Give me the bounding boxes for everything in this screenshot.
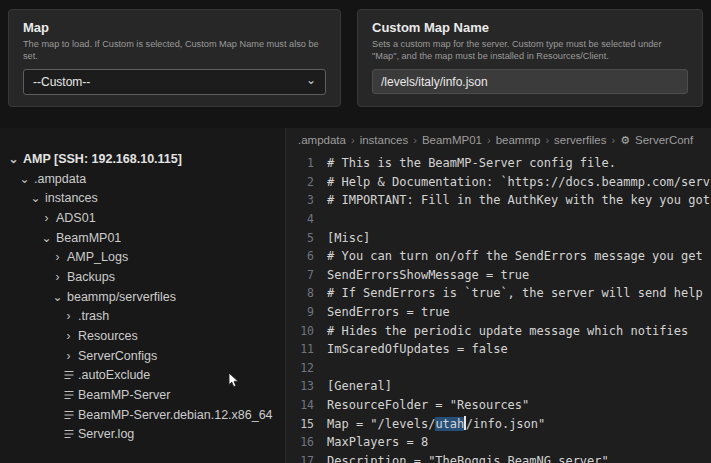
- line-number: 2: [286, 175, 327, 189]
- gear-icon: ⚙: [620, 134, 630, 147]
- vscode-window: ⌄AMP [SSH: 192.168.10.115]⌄.ampdata⌄inst…: [0, 128, 711, 463]
- file-icon: [61, 429, 76, 439]
- code-line[interactable]: 1# This is the BeamMP-Server config file…: [286, 154, 711, 173]
- chevron-down-icon: ⌄: [306, 73, 316, 87]
- tree-item-serverconfigs[interactable]: ›ServerConfigs: [0, 346, 285, 366]
- tree-item-trash[interactable]: ›.trash: [0, 307, 285, 327]
- chevron-down-icon: ⌄: [28, 191, 43, 205]
- code-text: MaxPlayers = 8: [327, 435, 428, 449]
- tree-item-instances[interactable]: ⌄instances: [0, 188, 285, 208]
- tree-item-beammp01[interactable]: ⌄BeamMP01: [0, 228, 285, 248]
- tree-item-label: .trash: [78, 309, 109, 323]
- code-line[interactable]: 9SendErrors = true: [286, 303, 711, 322]
- code-text: SendErrors = true: [327, 305, 450, 319]
- tree-item-label: AMP [SSH: 192.168.10.115]: [23, 152, 182, 166]
- code-line[interactable]: 15Map = "/levels/utah/info.json": [286, 414, 711, 433]
- tree-item-backups[interactable]: ›Backups: [0, 267, 285, 287]
- breadcrumb-separator-icon: ›: [611, 134, 615, 146]
- code-line[interactable]: 4: [286, 210, 711, 229]
- breadcrumb-item[interactable]: BeamMP01: [422, 134, 482, 146]
- tree-item-label: ServerConfigs: [78, 349, 157, 363]
- map-select-value: --Custom--: [33, 75, 90, 89]
- custom-map-name-description: Sets a custom map for the server. Custom…: [372, 38, 688, 62]
- tree-item-label: BeamMP-Server.debian.12.x86_64: [78, 408, 273, 422]
- tree-item-label: beammp/serverfiles: [67, 290, 176, 304]
- code-text: # You can turn on/off the SendErrors mes…: [327, 249, 703, 263]
- tree-item-label: BeamMP01: [56, 231, 121, 245]
- line-number: 1: [286, 156, 327, 170]
- code-text: # If SendErrors is `true`, the server wi…: [327, 286, 703, 300]
- explorer-sidebar: ⌄AMP [SSH: 192.168.10.115]⌄.ampdata⌄inst…: [0, 128, 286, 463]
- tree-item-amp-ssh-192-168-10-115[interactable]: ⌄AMP [SSH: 192.168.10.115]: [0, 149, 285, 169]
- line-number: 17: [286, 454, 327, 463]
- code-text: [General]: [327, 379, 392, 393]
- tree-item-beammp-serverfiles[interactable]: ⌄beammp/serverfiles: [0, 287, 285, 307]
- breadcrumb-item[interactable]: serverfiles: [554, 134, 606, 146]
- mouse-cursor-icon: [228, 372, 240, 393]
- tree-item-beammp-server-debian-12-x86-64[interactable]: BeamMP-Server.debian.12.x86_64: [0, 405, 285, 425]
- code-line[interactable]: 3# IMPORTANT: Fill in the AuthKey with t…: [286, 191, 711, 210]
- code-text: [Misc]: [327, 231, 370, 245]
- breadcrumb-item[interactable]: .ampdata: [298, 134, 346, 146]
- code-text: ImScaredOfUpdates = false: [327, 342, 508, 356]
- line-number: 5: [286, 231, 327, 245]
- code-line[interactable]: 11ImScaredOfUpdates = false: [286, 340, 711, 359]
- tree-item-amp-logs[interactable]: ›AMP_Logs: [0, 247, 285, 267]
- breadcrumb-item[interactable]: instances: [360, 134, 409, 146]
- tree-item-label: .ampdata: [34, 172, 86, 186]
- code-line[interactable]: 7SendErrorsShowMessage = true: [286, 266, 711, 285]
- file-icon: [61, 390, 76, 400]
- line-number: 6: [286, 249, 327, 263]
- code-text: # This is the BeamMP-Server config file.: [327, 156, 616, 170]
- custom-map-name-input[interactable]: [372, 69, 688, 94]
- tree-item-label: AMP_Logs: [67, 250, 128, 264]
- code-line[interactable]: 2# Help & Documentation: `https://docs.b…: [286, 173, 711, 192]
- chevron-down-icon: ⌄: [39, 231, 54, 245]
- line-number: 9: [286, 305, 327, 319]
- custom-map-name-title: Custom Map Name: [372, 20, 688, 35]
- code-text: Description = "TheBoggis BeamNG server": [327, 454, 609, 463]
- tree-item-beammp-server[interactable]: BeamMP-Server: [0, 385, 285, 405]
- tree-item-resources[interactable]: ›Resources: [0, 326, 285, 346]
- tree-item-server-log[interactable]: Server.log: [0, 425, 285, 445]
- line-number: 11: [286, 342, 327, 356]
- line-number: 14: [286, 398, 327, 412]
- map-panel: Map The map to load. If Custom is select…: [8, 9, 341, 107]
- code-line[interactable]: 16MaxPlayers = 8: [286, 433, 711, 452]
- code-line[interactable]: 8# If SendErrors is `true`, the server w…: [286, 284, 711, 303]
- code-line[interactable]: 12: [286, 359, 711, 378]
- file-icon: [61, 410, 76, 420]
- explorer-tree: ⌄AMP [SSH: 192.168.10.115]⌄.ampdata⌄inst…: [0, 149, 285, 444]
- line-number: 4: [286, 212, 327, 226]
- chevron-down-icon: ⌄: [6, 152, 21, 166]
- tree-item-label: Resources: [78, 329, 138, 343]
- chevron-right-icon: ›: [61, 309, 76, 323]
- tree-item-label: BeamMP-Server: [78, 388, 170, 402]
- code-text: # IMPORTANT: Fill in the AuthKey with th…: [327, 193, 710, 207]
- code-line[interactable]: 17Description = "TheBoggis BeamNG server…: [286, 452, 711, 463]
- chevron-down-icon: ⌄: [17, 172, 32, 186]
- code-line[interactable]: 13[General]: [286, 377, 711, 396]
- code-line[interactable]: 14ResourceFolder = "Resources": [286, 396, 711, 415]
- code-line[interactable]: 10# Hides the periodic update message wh…: [286, 321, 711, 340]
- tree-item-label: ADS01: [56, 211, 96, 225]
- chevron-right-icon: ›: [50, 250, 65, 264]
- tree-item-label: Backups: [67, 270, 115, 284]
- chevron-right-icon: ›: [61, 349, 76, 363]
- code-line[interactable]: 5[Misc]: [286, 228, 711, 247]
- map-panel-title: Map: [23, 20, 326, 35]
- line-number: 10: [286, 324, 327, 338]
- breadcrumb-file[interactable]: ServerConf: [635, 134, 693, 146]
- tree-item-label: .autoExclude: [78, 368, 150, 382]
- tree-item-ampdata[interactable]: ⌄.ampdata: [0, 169, 285, 189]
- breadcrumb: .ampdata›instances›BeamMP01›beammp›serve…: [286, 128, 711, 152]
- tree-item-ads01[interactable]: ›ADS01: [0, 208, 285, 228]
- line-number: 7: [286, 268, 327, 282]
- code-line[interactable]: 6# You can turn on/off the SendErrors me…: [286, 247, 711, 266]
- code-editor[interactable]: 1# This is the BeamMP-Server config file…: [286, 152, 711, 463]
- breadcrumb-separator-icon: ›: [545, 134, 549, 146]
- map-select[interactable]: --Custom-- ⌄: [23, 69, 326, 95]
- chevron-right-icon: ›: [50, 270, 65, 284]
- tree-item-autoexclude[interactable]: .autoExclude: [0, 366, 285, 386]
- breadcrumb-item[interactable]: beammp: [496, 134, 541, 146]
